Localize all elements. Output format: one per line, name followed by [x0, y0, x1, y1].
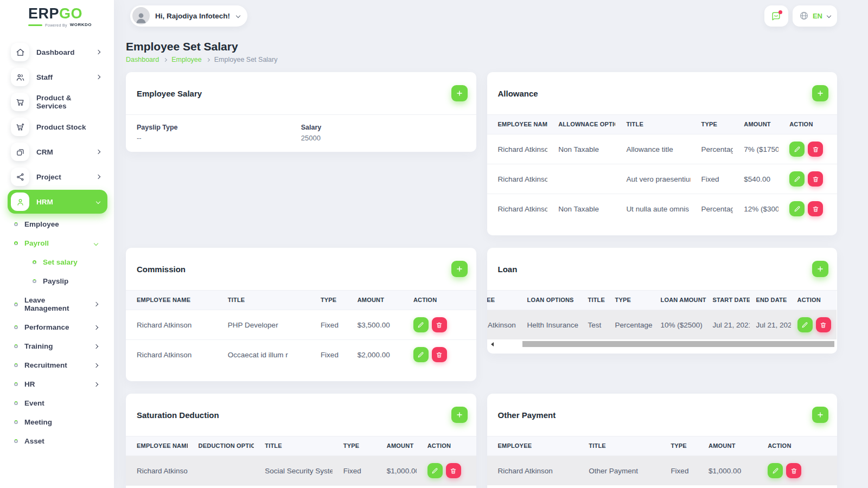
sidebar-nav: DashboardStaffProduct & ServicesProduct … [0, 27, 114, 451]
horizontal-scrollbar[interactable] [489, 341, 836, 347]
sidebar-item-product-stock[interactable]: Product Stock [8, 115, 107, 139]
chevron-right-icon [94, 325, 98, 329]
add-saturation-deduction-button[interactable] [451, 407, 468, 423]
edit-button[interactable] [413, 347, 429, 362]
table-cell: 10% ($2500) [654, 310, 706, 340]
sidebar-item-meeting[interactable]: Meeting [8, 413, 107, 432]
sidebar-item-label: Set salary [43, 258, 78, 266]
sidebar-item-label: CRM [36, 148, 53, 156]
edit-button[interactable] [789, 201, 805, 216]
delete-button[interactable] [808, 142, 823, 157]
sidebar-item-leave-management[interactable]: Leave Management [8, 291, 107, 318]
add-allowance-button[interactable] [812, 85, 828, 101]
edit-button[interactable] [789, 142, 805, 157]
sidebar-item-performance[interactable]: Performance [8, 318, 107, 337]
delete-button[interactable] [446, 463, 461, 478]
table-cell: Aut vero praesentium [615, 164, 690, 194]
chevron-down-icon [827, 14, 831, 18]
loan-card: Loan EMPLOYEELOAN OPTIONSTITLETYPELOAN A… [487, 248, 838, 354]
action-cell [403, 310, 476, 340]
table-cell: 7% ($1750) [733, 134, 778, 164]
field-value: 25000 [301, 134, 465, 142]
table-cell: $2,000.00 [347, 340, 403, 370]
sidebar-item-hrm[interactable]: HRM [8, 190, 107, 214]
delete-button[interactable] [816, 317, 831, 332]
topbar: Hi, Rajodiya Infotech! EN [114, 0, 868, 31]
delete-button[interactable] [432, 347, 447, 362]
edit-button[interactable] [427, 463, 443, 478]
field-value: -- [137, 134, 301, 142]
table-row: Richard AtkinsonMutual FundxyzPercentage… [126, 486, 476, 488]
breadcrumb-separator-icon [163, 57, 167, 61]
add-loan-button[interactable] [812, 261, 828, 277]
edit-button[interactable] [413, 317, 429, 332]
table-cell: Fixed [660, 456, 698, 486]
data-table: EMPLOYEE NAMEALLOWNACE OPTIONTITLETYPEAM… [487, 115, 838, 223]
sidebar-item-recruitment[interactable]: Recruitment [8, 356, 107, 375]
sidebar-item-product-services[interactable]: Product & Services [8, 90, 107, 114]
sidebar-item-event[interactable]: Event [8, 394, 107, 413]
sidebar-item-label: HR [24, 380, 35, 388]
breadcrumb-dashboard[interactable]: Dashboard [126, 56, 159, 63]
edit-button[interactable] [797, 317, 813, 332]
language-selector[interactable]: EN [793, 5, 837, 27]
crm-icon [11, 143, 29, 161]
action-cell [778, 164, 837, 194]
bullet-icon [33, 279, 36, 283]
table-cell: Percentage [691, 134, 733, 164]
delete-button[interactable] [786, 463, 801, 478]
column-header-title: TITLE [615, 115, 690, 134]
chevron-right-icon [96, 50, 100, 54]
table-row: Richard AtkinsonNon TaxableAllowance tit… [487, 134, 838, 164]
table-cell: Richard Atkinson [126, 456, 188, 486]
table-cell: Richard Atkinson [487, 134, 548, 164]
employee-salary-card: Employee Salary Payslip Type -- Salary 2… [126, 72, 476, 152]
card-title: Commission [137, 265, 186, 274]
sidebar-item-payslip[interactable]: Payslip [8, 272, 107, 291]
sidebar-item-employee[interactable]: Employee [8, 215, 107, 234]
sidebar-item-crm[interactable]: CRM [8, 140, 107, 164]
delete-button[interactable] [808, 201, 823, 216]
sidebar-item-payroll[interactable]: Payroll [8, 234, 107, 253]
column-header-employee-name: EMPLOYEE NAME [487, 115, 548, 134]
table-cell [188, 456, 254, 486]
edit-button[interactable] [789, 171, 805, 187]
action-cell [417, 486, 476, 488]
sidebar-item-dashboard[interactable]: Dashboard [8, 40, 107, 64]
sidebar-item-hr[interactable]: HR [8, 375, 107, 394]
breadcrumb-employee[interactable]: Employee [171, 56, 202, 63]
column-header-action: ACTION [417, 436, 476, 456]
sidebar-item-asset[interactable]: Asset [8, 432, 107, 451]
payslip-type-field: Payslip Type -- [137, 124, 301, 142]
logo-text-accent: GO [59, 5, 82, 22]
sidebar-item-set-salary[interactable]: Set salary [8, 253, 107, 272]
scrollbar-thumb[interactable] [522, 341, 835, 347]
column-header-title: TITLE [582, 291, 609, 310]
add-employee-salary-button[interactable] [451, 85, 468, 101]
plus-icon [816, 265, 824, 273]
sidebar-item-project[interactable]: Project [8, 165, 107, 189]
commission-card: Commission EMPLOYEE NAMETITLETYPEAMOUNTA… [126, 248, 476, 381]
sidebar-item-training[interactable]: Training [8, 337, 107, 356]
table-cell: Percentage [333, 486, 376, 488]
add-commission-button[interactable] [451, 261, 468, 277]
delete-button[interactable] [808, 171, 823, 187]
table-row: Richard AtkinsonNon TaxableUt nulla aute… [487, 194, 838, 224]
chevron-down-icon [236, 14, 240, 18]
table-row: Richard AtkinsonHelth InsuranceTestPerce… [487, 310, 837, 340]
column-header-amount: AMOUNT [733, 115, 778, 134]
sidebar-item-staff[interactable]: Staff [8, 65, 107, 89]
user-menu[interactable]: Hi, Rajodiya Infotech! [130, 5, 247, 27]
edit-button[interactable] [768, 463, 783, 478]
scroll-left-arrow-icon[interactable] [491, 342, 494, 346]
bullet-icon [14, 325, 18, 329]
messenger-button[interactable] [764, 5, 788, 27]
table-cell: Non Taxable [547, 194, 615, 224]
delete-button[interactable] [432, 317, 447, 332]
app-logo[interactable]: ERPGO Powered By WORKDO [0, 0, 114, 27]
breadcrumb-separator-icon [206, 57, 210, 61]
plus-icon [816, 411, 824, 419]
table-cell: Allowance title [615, 134, 690, 164]
table-cell: Fixed [691, 164, 733, 194]
add-other-payment-button[interactable] [812, 407, 828, 423]
